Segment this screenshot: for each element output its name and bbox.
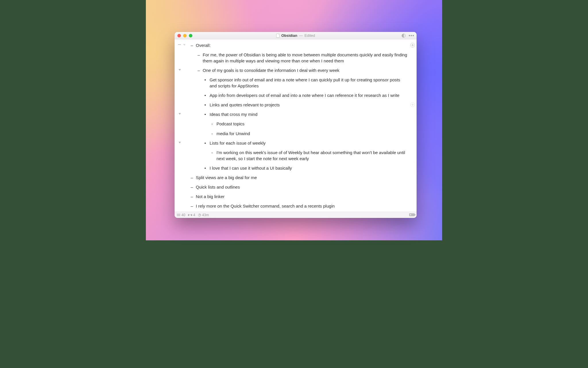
window-controls [177, 34, 192, 37]
outline-row[interactable]: I love that I can use it without a UI ba… [178, 165, 410, 171]
lines-icon [177, 213, 180, 216]
row-gutter [178, 175, 191, 175]
dash-bullet-icon [198, 67, 203, 73]
row-text[interactable]: Podcast topics [216, 121, 410, 127]
stat-rows[interactable]: 40 [177, 213, 185, 217]
row-gutter [178, 102, 191, 103]
row-gutter [178, 140, 191, 143]
row-gutter [178, 131, 191, 131]
desktop-wallpaper: Obsidian — Edited ••• Overall:For me, th… [146, 0, 442, 240]
titlebar: Obsidian — Edited ••• [175, 32, 417, 39]
circ-bullet-icon [211, 150, 216, 156]
outline-row[interactable]: Split views are a big deal for me [178, 175, 410, 181]
row-gutter [178, 193, 191, 194]
title-separator: — [299, 33, 303, 38]
row-gutter [178, 52, 191, 53]
disc-bullet-icon [204, 92, 210, 98]
focus-icon[interactable] [178, 43, 181, 46]
editor-content[interactable]: Overall:For me, the power of Obsidian is… [175, 39, 417, 212]
row-text[interactable]: I love that I can use it without a UI ba… [210, 165, 410, 171]
row-text[interactable]: App info from developers out of email an… [210, 92, 410, 98]
stat-depth[interactable]: 4 [188, 213, 195, 217]
row-gutter [178, 111, 191, 115]
row-text[interactable]: One of my goals is to consolidate the in… [203, 67, 410, 73]
outline-row[interactable]: Ideas that cross my mind [178, 111, 410, 117]
add-row-button[interactable] [410, 102, 415, 107]
outline-row[interactable]: One of my goals is to consolidate the in… [178, 67, 410, 73]
row-gutter [178, 150, 191, 150]
collapse-chevron-icon[interactable] [179, 142, 181, 143]
statusbar: 40 4 43m [175, 212, 417, 218]
dash-bullet-icon [191, 42, 196, 48]
outline-row[interactable]: Quick lists and outlines [178, 184, 410, 190]
add-row-button[interactable] [410, 43, 415, 47]
more-menu-icon[interactable]: ••• [409, 33, 414, 38]
zoom-button[interactable] [189, 34, 192, 37]
row-text[interactable]: Ideas that cross my mind [210, 111, 410, 117]
document-status: Edited [304, 33, 315, 38]
outline-row[interactable]: Links and quotes relevant to projects [178, 102, 410, 108]
dash-bullet-icon [191, 184, 196, 190]
stat-time[interactable]: 43m [198, 213, 209, 217]
outline-row[interactable]: Lists for each issue of weekly [178, 140, 410, 146]
outline-row[interactable]: I'm working on this week's issue of of W… [178, 150, 410, 162]
clock-icon [198, 214, 201, 216]
dash-bullet-icon [191, 203, 196, 209]
outline-row[interactable]: Podcast topics [178, 121, 410, 127]
outline-row[interactable]: Get sponsor info out of email and into a… [178, 77, 410, 89]
row-text[interactable]: Get sponsor info out of email and into a… [210, 77, 410, 89]
row-gutter [178, 77, 191, 78]
row-text[interactable]: I rely more on the Quick Switcher comman… [196, 203, 410, 209]
document-icon [276, 34, 280, 38]
disc-bullet-icon [204, 165, 210, 171]
minimize-button[interactable] [183, 34, 187, 37]
row-text[interactable]: Split views are a big deal for me [196, 175, 410, 181]
outline-row[interactable]: For me, the power of Obsidian is being a… [178, 52, 410, 64]
collapse-chevron-icon[interactable] [179, 69, 181, 71]
collapse-chevron-icon[interactable] [183, 44, 185, 46]
dash-bullet-icon [191, 175, 196, 181]
dash-bullet-icon [191, 193, 196, 200]
outline-row[interactable]: media for Unwind [178, 131, 410, 137]
row-text[interactable]: Not a big linker [196, 193, 410, 200]
row-gutter [178, 165, 191, 166]
row-text[interactable]: I'm working on this week's issue of of W… [216, 150, 410, 162]
depth-icon [188, 214, 192, 216]
close-button[interactable] [177, 34, 181, 37]
row-text[interactable]: Quick lists and outlines [196, 184, 410, 190]
stat-time-value: 43m [202, 213, 209, 217]
document-title: Obsidian [281, 33, 297, 38]
app-window: Obsidian — Edited ••• Overall:For me, th… [175, 32, 417, 218]
outline-row[interactable]: Not a big linker [178, 193, 410, 200]
row-gutter [178, 92, 191, 93]
appearance-toggle-icon[interactable] [402, 34, 406, 38]
row-text[interactable]: Lists for each issue of weekly [210, 140, 410, 146]
outline-row[interactable]: Overall: [178, 42, 410, 48]
disc-bullet-icon [204, 111, 210, 117]
row-gutter [178, 67, 191, 71]
disc-bullet-icon [204, 102, 210, 108]
tag-icon[interactable] [409, 213, 414, 216]
disc-bullet-icon [204, 77, 210, 83]
dash-bullet-icon [198, 52, 203, 58]
disc-bullet-icon [204, 140, 210, 146]
stat-depth-value: 4 [193, 213, 195, 217]
row-text[interactable]: Links and quotes relevant to projects [210, 102, 410, 108]
row-gutter [178, 42, 191, 46]
row-gutter [178, 203, 191, 204]
row-text[interactable]: For me, the power of Obsidian is being a… [203, 52, 410, 64]
row-gutter [178, 184, 191, 185]
outline-row[interactable]: I rely more on the Quick Switcher comman… [178, 203, 410, 209]
row-gutter [178, 121, 191, 122]
row-text[interactable]: Overall: [196, 42, 410, 48]
collapse-chevron-icon[interactable] [179, 113, 181, 115]
stat-rows-value: 40 [181, 213, 185, 217]
circ-bullet-icon [211, 131, 216, 137]
outline-row[interactable]: App info from developers out of email an… [178, 92, 410, 98]
row-text[interactable]: media for Unwind [216, 131, 410, 137]
circ-bullet-icon [211, 121, 216, 127]
